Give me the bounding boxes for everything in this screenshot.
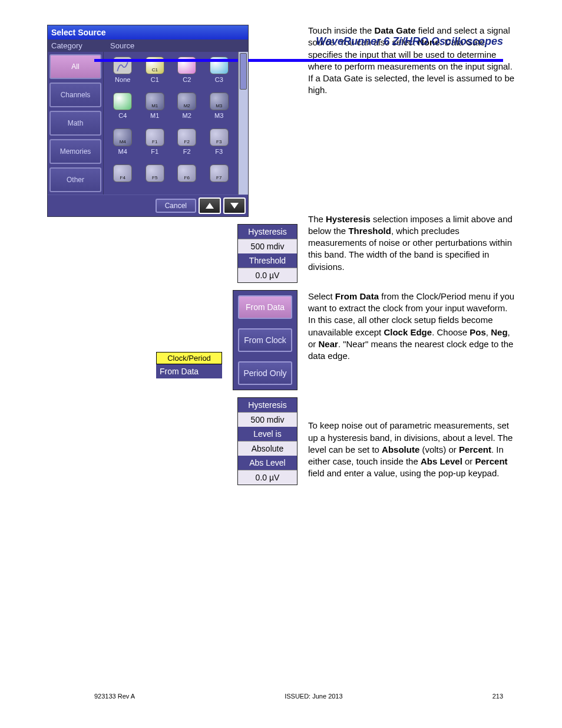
source-f3[interactable]: F3F3: [205, 129, 234, 161]
footer-page-number: 213: [492, 693, 503, 700]
page-footer: 923133 Rev A ISSUED: June 2013 213: [94, 693, 503, 700]
period-only-button[interactable]: Period Only: [238, 361, 292, 385]
source-c4[interactable]: C4: [108, 93, 137, 125]
subheader-category: Category: [48, 39, 107, 52]
para-fromdata: Select From Data from the Clock/Period m…: [308, 291, 515, 363]
category-memories-button[interactable]: Memories: [49, 139, 101, 164]
memory-icon: M3: [210, 93, 229, 110]
math-icon: F6: [177, 164, 196, 182]
category-all-button[interactable]: All: [49, 54, 101, 79]
threshold-value[interactable]: 0.0 µV: [238, 268, 297, 282]
para-hysteresis: The Hysteresis selection imposes a limit…: [308, 213, 515, 273]
source-m4[interactable]: M4M4: [108, 129, 137, 161]
hysteresis2-value[interactable]: 500 mdiv: [238, 412, 297, 427]
hysteresis-label: Hysteresis: [238, 225, 297, 239]
category-math-button[interactable]: Math: [49, 111, 101, 136]
subheader-source: Source: [107, 39, 248, 52]
scroll-down-button[interactable]: [223, 197, 246, 214]
scroll-up-button[interactable]: [199, 197, 221, 214]
source-m3[interactable]: M3M3: [205, 93, 234, 125]
cancel-button[interactable]: Cancel: [156, 199, 196, 213]
memory-icon: M2: [177, 93, 196, 110]
threshold-label: Threshold: [238, 253, 297, 268]
category-other-button[interactable]: Other: [49, 167, 101, 192]
hysteresis-level-block: Hysteresis 500 mdiv Level is Absolute Ab…: [237, 397, 297, 485]
abs-level-value[interactable]: 0.0 µV: [238, 470, 297, 485]
abs-level-label: Abs Level: [238, 456, 297, 470]
hysteresis-value[interactable]: 500 mdiv: [238, 239, 297, 253]
header-rule: [94, 59, 503, 62]
math-icon: F7: [210, 164, 229, 182]
clock-period-label: Clock/Period: [156, 352, 222, 364]
category-channels-button[interactable]: Channels: [49, 83, 101, 107]
from-clock-button[interactable]: From Clock: [238, 328, 292, 352]
math-icon: F2: [177, 129, 196, 146]
math-icon: F3: [210, 129, 229, 146]
channel-icon: [113, 93, 132, 110]
math-icon: F5: [146, 164, 164, 182]
level-is-label: Level is: [238, 427, 297, 441]
footer-rev: 923133 Rev A: [94, 693, 135, 700]
category-column: All Channels Math Memories Other: [48, 52, 104, 195]
math-icon: F1: [146, 129, 164, 146]
select-source-dialog: Select Source Category Source All Channe…: [47, 25, 249, 217]
source-f1[interactable]: F1F1: [141, 129, 170, 161]
source-f7[interactable]: F7: [205, 164, 234, 190]
dialog-subheader: Category Source: [48, 39, 248, 52]
explanatory-text-column: Touch inside the Data Gate field and sel…: [308, 25, 515, 485]
source-m2[interactable]: M2M2: [173, 93, 201, 125]
memory-icon: M4: [113, 129, 132, 146]
source-f4[interactable]: F4: [108, 164, 137, 190]
footer-date: ISSUED: June 2013: [285, 693, 342, 700]
svg-marker-1: [230, 203, 239, 209]
para-level: To keep noise out of parametric measurem…: [308, 420, 515, 479]
memory-icon: M1: [146, 93, 164, 110]
svg-marker-0: [206, 203, 214, 209]
source-scrollbar[interactable]: [238, 52, 248, 195]
source-grid: None C1C1 C2 C3 C4 M1M1 M2M2 M3M3 M4M4 F…: [104, 52, 238, 195]
source-m1[interactable]: M1M1: [141, 93, 170, 125]
hysteresis-threshold-block: Hysteresis 500 mdiv Threshold 0.0 µV: [237, 224, 297, 283]
source-f6[interactable]: F6: [173, 164, 201, 190]
source-f2[interactable]: F2F2: [173, 129, 201, 161]
source-f5[interactable]: F5: [141, 164, 170, 190]
clock-period-field: Clock/Period From Data: [156, 352, 222, 378]
clock-period-value[interactable]: From Data: [156, 364, 222, 378]
math-icon: F4: [113, 164, 132, 182]
from-data-button[interactable]: From Data: [238, 295, 292, 319]
clock-period-options: From Data From Clock Period Only: [233, 290, 297, 390]
dialog-title: Select Source: [48, 25, 248, 39]
page-header-title: WaveRunner 6 Zi/HRO Oscilloscopes: [316, 35, 503, 48]
hysteresis2-label: Hysteresis: [238, 398, 297, 412]
level-is-value[interactable]: Absolute: [238, 441, 297, 456]
